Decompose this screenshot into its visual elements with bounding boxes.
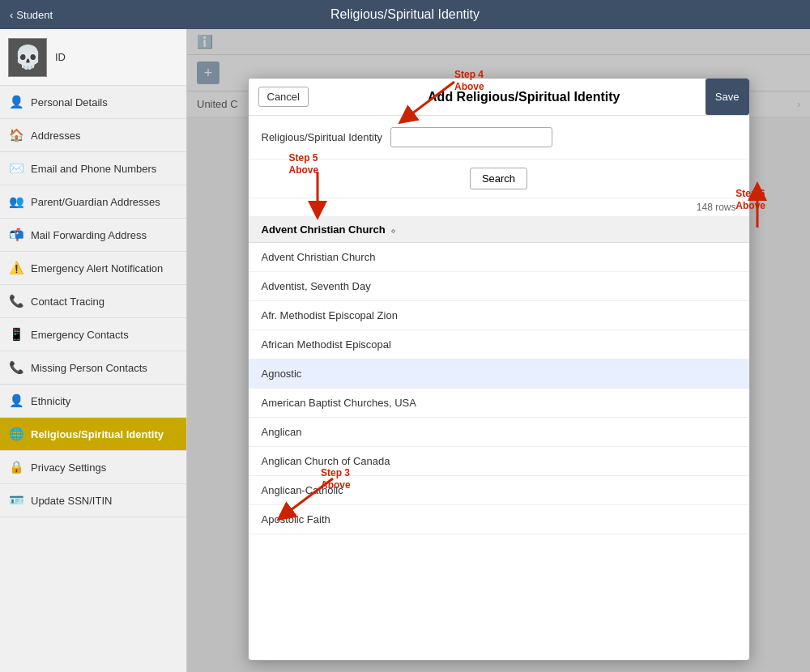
list-item[interactable]: Adventist, Seventh Day xyxy=(249,272,749,301)
sidebar-item-label: Ethnicity xyxy=(31,395,70,407)
save-button[interactable]: Save xyxy=(706,79,749,115)
sidebar-item-label: Contact Tracing xyxy=(31,296,104,308)
emergency-contacts-icon: 📱 xyxy=(8,326,24,342)
list-header[interactable]: Advent Christian Church ⬦ xyxy=(249,217,749,243)
list-item[interactable]: Anglican Church of Canada xyxy=(249,447,749,476)
sidebar-item-label: Religious/Spiritual Identity xyxy=(31,428,164,440)
list-item[interactable]: Apostolic Faith xyxy=(249,505,749,534)
religious-identity-input[interactable] xyxy=(390,127,552,147)
main-layout: 💀 ID 👤 Personal Details 🏠 Addresses ✉️ E… xyxy=(0,29,810,672)
list-item[interactable]: Afr. Methodist Episcopal Zion xyxy=(249,301,749,330)
sidebar-item-label: Mail Forwarding Address xyxy=(31,229,147,241)
addresses-icon: 🏠 xyxy=(8,127,24,143)
missing-person-icon: 📞 xyxy=(8,359,24,376)
sidebar-item-update-ssn[interactable]: 🪪 Update SSN/ITIN xyxy=(0,484,186,517)
list-item[interactable]: Advent Christian Church xyxy=(249,243,749,272)
list-item-agnostic[interactable]: Agnostic xyxy=(249,359,749,389)
sidebar-item-label: Emergency Alert Notification xyxy=(31,262,163,274)
sidebar-item-label: Update SSN/ITIN xyxy=(31,495,112,507)
content-area: ℹ️ Step 4Above + United C › Step 3Above xyxy=(187,29,810,672)
list-item[interactable]: Anglican-Catholic xyxy=(249,476,749,505)
sidebar-item-label: Parent/Guardian Addresses xyxy=(31,196,160,208)
rows-count: 148 rows xyxy=(249,198,749,217)
sidebar-item-label: Email and Phone Numbers xyxy=(31,163,156,175)
sidebar-item-label: Emergency Contacts xyxy=(31,329,129,341)
contact-tracing-icon: 📞 xyxy=(8,293,24,309)
sidebar-item-emergency-contacts[interactable]: 📱 Emergency Contacts xyxy=(0,318,186,351)
modal-body: Religious/Spiritual Identity Step 6Above xyxy=(249,116,749,660)
sidebar-item-personal-details[interactable]: 👤 Personal Details xyxy=(0,86,186,119)
personal-details-icon: 👤 xyxy=(8,94,24,110)
sidebar-item-email-phone[interactable]: ✉️ Email and Phone Numbers xyxy=(0,152,186,185)
sort-icon: ⬦ xyxy=(390,225,396,235)
back-label: Student xyxy=(16,9,53,21)
list-header-label: Advent Christian Church xyxy=(262,223,386,236)
field-label: Religious/Spiritual Identity xyxy=(262,131,383,143)
email-icon: ✉️ xyxy=(8,160,24,177)
back-chevron-icon: ‹ xyxy=(10,9,13,21)
modal-title: Add Religious/Spiritual Identity xyxy=(309,90,740,104)
parent-icon: 👥 xyxy=(8,194,24,210)
sidebar-item-label: Privacy Settings xyxy=(31,461,106,474)
modal-overlay: Cancel Add Religious/Spiritual Identity … xyxy=(187,29,810,672)
modal: Cancel Add Religious/Spiritual Identity … xyxy=(248,78,750,661)
sidebar-item-label: Missing Person Contacts xyxy=(31,362,147,374)
sidebar-item-religious-identity[interactable]: 🌐 Religious/Spiritual Identity xyxy=(0,418,186,451)
mail-icon: 📬 xyxy=(8,227,24,243)
sidebar-item-mail-forwarding[interactable]: 📬 Mail Forwarding Address xyxy=(0,219,186,252)
religious-icon: 🌐 xyxy=(8,426,24,442)
sidebar: 💀 ID 👤 Personal Details 🏠 Addresses ✉️ E… xyxy=(0,29,187,672)
avatar-image: 💀 xyxy=(14,44,42,70)
sidebar-item-label: Addresses xyxy=(31,130,80,142)
sidebar-item-emergency-alert[interactable]: ⚠️ Emergency Alert Notification xyxy=(0,252,186,285)
sidebar-item-ethnicity[interactable]: 👤 Ethnicity xyxy=(0,385,186,418)
sidebar-item-missing-person[interactable]: 📞 Missing Person Contacts xyxy=(0,351,186,385)
student-bar: 💀 ID xyxy=(0,29,186,86)
ssn-icon: 🪪 xyxy=(8,492,24,508)
sidebar-item-addresses[interactable]: 🏠 Addresses xyxy=(0,119,186,152)
avatar: 💀 xyxy=(8,38,47,77)
sidebar-item-privacy-settings[interactable]: 🔒 Privacy Settings xyxy=(0,451,186,484)
ethnicity-icon: 👤 xyxy=(8,393,24,409)
search-button[interactable]: Search xyxy=(470,168,527,189)
field-row: Religious/Spiritual Identity xyxy=(249,116,749,159)
modal-header: Cancel Add Religious/Spiritual Identity … xyxy=(249,79,749,116)
header: ‹ Student Religious/Spiritual Identity xyxy=(0,0,810,29)
list-item[interactable]: Anglican xyxy=(249,418,749,447)
privacy-icon: 🔒 xyxy=(8,459,24,475)
sidebar-item-label: Personal Details xyxy=(31,96,108,108)
list-item[interactable]: American Baptist Churches, USA xyxy=(249,389,749,418)
list-item[interactable]: African Methodist Episcopal xyxy=(249,330,749,359)
page-title: Religious/Spiritual Identity xyxy=(330,7,480,22)
student-id-label: ID xyxy=(55,51,66,63)
cancel-button[interactable]: Cancel xyxy=(258,87,309,107)
sidebar-item-contact-tracing[interactable]: 📞 Contact Tracing xyxy=(0,285,186,318)
search-area: Step 5Above Search xyxy=(249,159,749,198)
alert-icon: ⚠️ xyxy=(8,260,24,276)
back-button[interactable]: ‹ Student xyxy=(10,9,53,21)
sidebar-item-parent-guardian[interactable]: 👥 Parent/Guardian Addresses xyxy=(0,185,186,219)
